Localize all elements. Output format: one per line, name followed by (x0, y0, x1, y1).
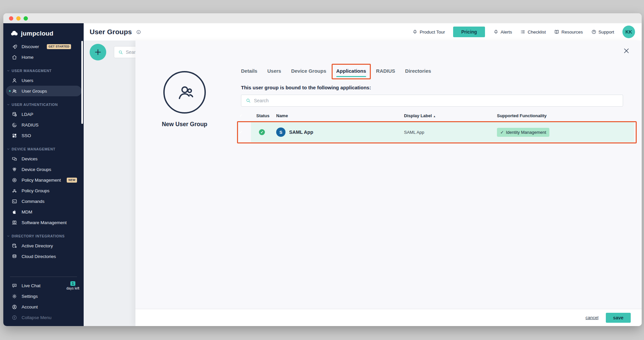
user-avatar[interactable]: KK (622, 26, 635, 38)
section-title: USER MANAGEMENT (12, 69, 52, 73)
sidebar-item-devices[interactable]: Devices (3, 153, 84, 164)
sidebar-item-label: Commands (22, 199, 44, 204)
sidebar-section-user-authentication[interactable]: USER AUTHENTICATION (3, 100, 84, 109)
sidebar-scrollbar-thumb[interactable] (81, 41, 83, 124)
sidebar-item-label: LDAP (22, 112, 33, 117)
sidebar-item-account[interactable]: Account (3, 301, 84, 312)
page-title: User Groups (90, 28, 132, 36)
app-avatar: S (276, 128, 285, 137)
bell-icon (493, 29, 499, 35)
logo-text: jumpcloud (21, 30, 53, 37)
functionality-badge: ✓Identity Management (497, 128, 549, 137)
software-management-icon (12, 220, 17, 225)
checklist-icon (520, 29, 525, 35)
product-tour-icon (412, 29, 418, 35)
content-area: New User Group DetailsUsersDevice Groups… (84, 41, 642, 326)
get-started-badge: GET STARTED (47, 44, 71, 49)
drawer-footer: cancel save (135, 309, 642, 326)
check-icon: ✓ (500, 130, 504, 135)
sidebar-item-software-management[interactable]: Software Management (3, 217, 84, 228)
sidebar-item-label: Devices (22, 156, 38, 161)
pricing-button[interactable]: Pricing (453, 27, 485, 37)
column-header-supported-functionality[interactable]: Supported Functionality (497, 113, 634, 118)
plus-icon (94, 48, 102, 56)
devices-icon (12, 156, 17, 162)
header-action-resources[interactable]: Resources (554, 29, 583, 35)
minimize-window-button[interactable] (16, 16, 21, 21)
sidebar-section-directory-integrations[interactable]: DIRECTORY INTEGRATIONS (3, 232, 84, 240)
applications-table: StatusNameDisplay Label▲Supported Functi… (241, 111, 634, 142)
tab-applications[interactable]: Applications (336, 67, 366, 74)
sidebar-item-settings[interactable]: Settings (3, 291, 84, 301)
rocket-icon (12, 44, 17, 49)
user-group-icon (12, 88, 17, 94)
sidebar-item-active-directory[interactable]: Active Directory (3, 240, 84, 251)
sidebar-item-label: SSO (22, 133, 31, 138)
applications-search-input[interactable] (254, 98, 623, 103)
cloud-directories-icon (12, 254, 17, 259)
app-display-label: SAML App (404, 130, 497, 135)
ldap-icon (12, 112, 17, 117)
active-tab-underline (336, 76, 366, 77)
tab-details[interactable]: Details (241, 67, 257, 74)
sidebar-item-cloud-directories[interactable]: Cloud Directories (3, 251, 84, 262)
group-avatar (163, 71, 206, 114)
action-label: Alerts (501, 30, 512, 35)
column-header-display-label[interactable]: Display Label▲ (404, 113, 497, 118)
tab-label: Directories (405, 68, 431, 74)
tab-device-groups[interactable]: Device Groups (291, 67, 326, 74)
user-group-drawer: New User Group DetailsUsersDevice Groups… (135, 41, 642, 326)
sidebar-item-label: Policy Groups (22, 188, 49, 193)
info-icon[interactable] (136, 30, 141, 35)
sidebar-item-live-chat[interactable]: Live Chat1days left (3, 280, 84, 291)
add-user-group-button[interactable] (90, 44, 106, 60)
tab-users[interactable]: Users (267, 67, 281, 74)
sidebar-item-home[interactable]: Home (3, 52, 84, 62)
chat-icon (12, 283, 17, 289)
close-window-button[interactable] (9, 16, 13, 21)
sidebar-item-discover[interactable]: DiscoverGET STARTED (3, 41, 84, 52)
policy-management-icon (12, 177, 17, 183)
header-action-alerts[interactable]: Alerts (493, 29, 512, 35)
zoom-window-button[interactable] (24, 16, 28, 21)
section-title: DEVICE MANAGEMENT (12, 147, 55, 151)
save-button[interactable]: save (606, 313, 631, 323)
column-header-name[interactable]: Name (276, 113, 404, 118)
sidebar-item-user-groups[interactable]: User Groups (6, 86, 82, 96)
sidebar-item-label: MDM (22, 210, 32, 214)
sidebar-section-device-management[interactable]: DEVICE MANAGEMENT (3, 145, 84, 153)
chevron-down-icon (7, 103, 10, 106)
action-label: Resources (561, 30, 583, 35)
radius-icon (12, 122, 17, 128)
user-icon (12, 78, 17, 83)
header-action-checklist[interactable]: Checklist (520, 29, 546, 35)
sidebar-item-label: Users (22, 78, 33, 83)
table-row[interactable]: ✓ S SAML App SAML App ✓Identity Manageme… (241, 122, 634, 142)
header-action-product-tour[interactable]: Product Tour (412, 29, 445, 35)
sidebar-item-label: Settings (22, 294, 38, 299)
jumpcloud-logo[interactable]: jumpcloud (10, 29, 84, 38)
sidebar-item-device-groups[interactable]: Device Groups (3, 164, 84, 175)
tab-directories[interactable]: Directories (405, 67, 431, 74)
sidebar-item-ldap[interactable]: LDAP (3, 109, 84, 120)
sidebar-item-mdm[interactable]: MDM (3, 207, 84, 217)
sidebar-section-user-management[interactable]: USER MANAGEMENT (3, 66, 84, 75)
sidebar-item-sso[interactable]: SSO (3, 130, 84, 141)
days-left-counter: 1days left (66, 281, 79, 290)
column-header-status[interactable]: Status (256, 113, 276, 118)
action-label: Support (599, 30, 614, 35)
header-action-support[interactable]: Support (591, 29, 614, 35)
sidebar-item-users[interactable]: Users (3, 75, 84, 86)
sidebar-item-commands[interactable]: Commands (3, 196, 84, 207)
sidebar-item-radius[interactable]: RADIUS (3, 120, 84, 130)
sidebar-item-policy-groups[interactable]: Policy Groups (3, 185, 84, 196)
sidebar-item-policy-management[interactable]: Policy ManagementNEW (3, 175, 84, 185)
tab-radius[interactable]: RADIUS (376, 67, 395, 74)
window-titlebar (3, 13, 642, 23)
sidebar-item-label: Home (22, 55, 34, 60)
collapse-icon (12, 315, 17, 320)
cancel-button[interactable]: cancel (586, 315, 599, 320)
account-icon (12, 304, 17, 310)
drawer-tabs: DetailsUsersDevice GroupsApplicationsRAD… (241, 67, 431, 74)
sidebar-item-label: Device Groups (22, 167, 51, 172)
